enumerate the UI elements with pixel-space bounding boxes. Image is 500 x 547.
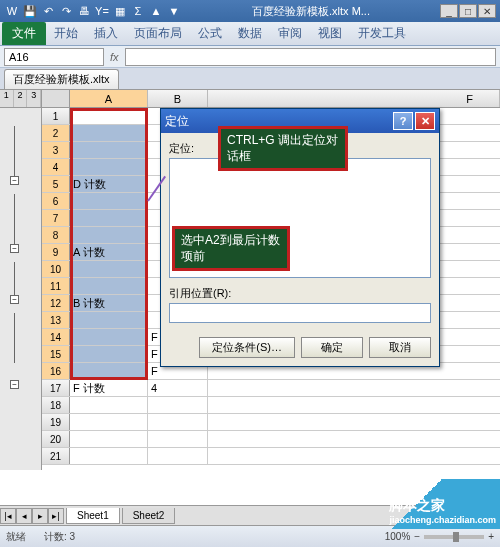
up-icon[interactable]: ▲ [148, 3, 164, 19]
row-header[interactable]: 9 [42, 244, 70, 260]
redo-icon[interactable]: ↷ [58, 3, 74, 19]
cell[interactable] [70, 278, 148, 294]
sheet-tab-2[interactable]: Sheet2 [122, 508, 176, 524]
cell[interactable]: F 计数 [70, 380, 148, 396]
outline-level-2[interactable]: 2 [14, 90, 28, 107]
row-header[interactable]: 5 [42, 176, 70, 192]
cell[interactable]: B 计数 [70, 295, 148, 311]
sheet-nav-last[interactable]: ▸| [48, 508, 64, 524]
outline-collapse-icon[interactable]: − [10, 295, 19, 304]
special-button[interactable]: 定位条件(S)… [199, 337, 295, 358]
row-header[interactable]: 7 [42, 210, 70, 226]
row-header[interactable]: 10 [42, 261, 70, 277]
zoom-slider[interactable] [424, 535, 484, 539]
row-header[interactable]: 1 [42, 108, 70, 124]
row-header[interactable]: 15 [42, 346, 70, 362]
tab-review[interactable]: 审阅 [270, 22, 310, 45]
formula-bar[interactable] [125, 48, 496, 66]
row-header[interactable]: 13 [42, 312, 70, 328]
app-icon[interactable]: W [4, 3, 20, 19]
outline-level-1[interactable]: 1 [0, 90, 14, 107]
col-header-b[interactable]: B [148, 90, 208, 107]
table-row[interactable]: 18 [42, 397, 500, 414]
cell[interactable] [70, 142, 148, 158]
formula-icon[interactable]: Y= [94, 3, 110, 19]
save-icon[interactable]: 💾 [22, 3, 38, 19]
cell[interactable] [70, 431, 148, 447]
zoom-level[interactable]: 100% [385, 531, 411, 542]
outline-collapse-icon[interactable]: − [10, 380, 19, 389]
sheet-tab-1[interactable]: Sheet1 [66, 508, 120, 524]
outline-collapse-icon[interactable]: − [10, 244, 19, 253]
tab-formula[interactable]: 公式 [190, 22, 230, 45]
maximize-button[interactable]: □ [459, 4, 477, 18]
zoom-in-button[interactable]: + [488, 531, 494, 542]
cell[interactable] [148, 414, 208, 430]
cell[interactable] [70, 159, 148, 175]
cell[interactable] [148, 397, 208, 413]
row-header[interactable]: 6 [42, 193, 70, 209]
document-tab[interactable]: 百度经验新模板.xltx [4, 69, 119, 89]
tab-insert[interactable]: 插入 [86, 22, 126, 45]
row-header[interactable]: 20 [42, 431, 70, 447]
table-row[interactable]: 20 [42, 431, 500, 448]
table-row[interactable]: 19 [42, 414, 500, 431]
cell[interactable] [70, 312, 148, 328]
fx-icon[interactable]: fx [110, 51, 119, 63]
down-icon[interactable]: ▼ [166, 3, 182, 19]
file-tab[interactable]: 文件 [2, 22, 46, 45]
minimize-button[interactable]: _ [440, 4, 458, 18]
cell[interactable] [148, 431, 208, 447]
row-header[interactable]: 3 [42, 142, 70, 158]
cell[interactable] [70, 448, 148, 464]
close-button[interactable]: ✕ [478, 4, 496, 18]
row-header[interactable]: 4 [42, 159, 70, 175]
name-box[interactable]: A16 [4, 48, 104, 66]
cell[interactable] [70, 210, 148, 226]
dialog-ref-input[interactable] [169, 303, 431, 323]
sheet-nav-first[interactable]: |◂ [0, 508, 16, 524]
cell[interactable] [70, 414, 148, 430]
row-header[interactable]: 19 [42, 414, 70, 430]
cell[interactable]: 4 [148, 380, 208, 396]
row-header[interactable]: 8 [42, 227, 70, 243]
row-header[interactable]: 21 [42, 448, 70, 464]
sheet-nav-next[interactable]: ▸ [32, 508, 48, 524]
cell[interactable] [70, 108, 148, 124]
cell[interactable] [70, 125, 148, 141]
row-header[interactable]: 12 [42, 295, 70, 311]
cell[interactable] [70, 397, 148, 413]
cancel-button[interactable]: 取消 [369, 337, 431, 358]
ok-button[interactable]: 确定 [301, 337, 363, 358]
print-icon[interactable]: 🖶 [76, 3, 92, 19]
tab-dev[interactable]: 开发工具 [350, 22, 414, 45]
select-all-corner[interactable] [42, 90, 70, 107]
row-header[interactable]: 2 [42, 125, 70, 141]
tab-home[interactable]: 开始 [46, 22, 86, 45]
dialog-close-button[interactable]: ✕ [415, 112, 435, 130]
cell[interactable]: D 计数 [70, 176, 148, 192]
row-header[interactable]: 18 [42, 397, 70, 413]
outline-collapse-icon[interactable]: − [10, 176, 19, 185]
grid-icon[interactable]: ▦ [112, 3, 128, 19]
col-header-f[interactable]: F [440, 90, 500, 107]
cell[interactable] [70, 193, 148, 209]
cell[interactable] [148, 448, 208, 464]
zoom-out-button[interactable]: − [414, 531, 420, 542]
tab-data[interactable]: 数据 [230, 22, 270, 45]
row-header[interactable]: 11 [42, 278, 70, 294]
cell[interactable] [70, 227, 148, 243]
table-row[interactable]: 21 [42, 448, 500, 465]
outline-level-3[interactable]: 3 [27, 90, 41, 107]
row-header[interactable]: 14 [42, 329, 70, 345]
cell[interactable] [70, 329, 148, 345]
row-header[interactable]: 16 [42, 363, 70, 379]
undo-icon[interactable]: ↶ [40, 3, 56, 19]
tab-layout[interactable]: 页面布局 [126, 22, 190, 45]
cell[interactable] [70, 346, 148, 362]
cell[interactable] [70, 363, 148, 379]
dialog-help-button[interactable]: ? [393, 112, 413, 130]
row-header[interactable]: 17 [42, 380, 70, 396]
col-header-a[interactable]: A [70, 90, 148, 107]
cell[interactable]: A 计数 [70, 244, 148, 260]
